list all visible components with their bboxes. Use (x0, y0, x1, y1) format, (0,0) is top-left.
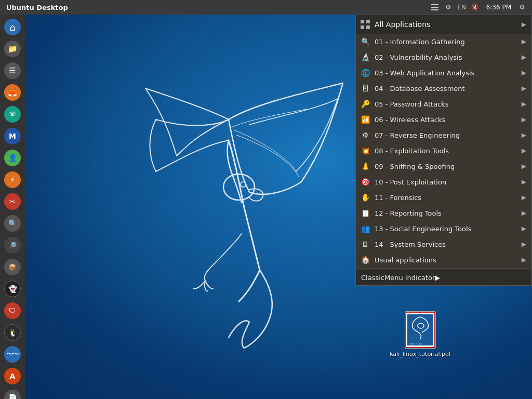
kali-dragon-logo (104, 78, 353, 379)
password-arrow: ▶ (522, 100, 526, 108)
sidebar-item-home[interactable]: ⌂ (2, 17, 23, 37)
classicmenu-arrow: ▶ (435, 274, 440, 282)
desktop-file-icon[interactable]: kali linux kali_linux_tutorial.pdf (397, 311, 444, 357)
dropdown-menu: All Applications ▶ 🔍 01 - Information Ga… (355, 15, 532, 286)
menu-item-password[interactable]: 🔑 05 - Password Attacks ▶ (356, 96, 531, 112)
sidebar-item-user[interactable]: 👤 (2, 148, 23, 168)
topbar-lang[interactable]: EN (456, 2, 468, 13)
forensics-arrow: ▶ (522, 194, 526, 201)
web-app-arrow: ▶ (522, 69, 526, 76)
sniffing-label: 09 - Sniffing & Spoofing (375, 163, 522, 170)
exploit-arrow: ▶ (522, 147, 526, 154)
classicmenu-label: ClassicMenu Indicator (361, 274, 435, 282)
info-gathering-label: 01 - Information Gathering (375, 38, 522, 46)
menu-item-web-app[interactable]: 🌐 03 - Web Application Analysis ▶ (356, 65, 531, 81)
menu-item-social[interactable]: 👥 13 - Social Engineering Tools ▶ (356, 221, 531, 236)
topbar-gear-icon[interactable]: ⚙ (516, 2, 528, 13)
sidebar-item-eye[interactable]: 👁 (2, 104, 23, 125)
wireless-icon: 📶 (360, 114, 370, 125)
menu-item-reporting[interactable]: 📋 12 - Reporting Tools ▶ (356, 205, 531, 221)
system-arrow: ▶ (522, 241, 526, 248)
menu-item-info-gathering[interactable]: 🔍 01 - Information Gathering ▶ (356, 34, 531, 49)
topbar-volume-icon[interactable]: 🔇 (470, 2, 481, 13)
svg-rect-5 (407, 314, 433, 345)
vuln-analysis-label: 02 - Vulnerability Analysis (375, 54, 522, 61)
menu-item-vuln-analysis[interactable]: 🔬 02 - Vulnerability Analysis ▶ (356, 49, 531, 65)
topbar-settings-icon[interactable]: ⚙ (443, 2, 454, 13)
svg-rect-8 (361, 20, 364, 23)
sidebar-item-search2[interactable]: 🔎 (2, 235, 23, 256)
menu-divider (356, 269, 531, 269)
sidebar-item-wave[interactable]: 〜〜 (2, 344, 23, 365)
reverse-icon: ⚙ (360, 130, 370, 140)
all-applications-label: All Applications (375, 20, 522, 29)
db-assessment-label: 04 - Database Assessment (375, 85, 522, 92)
sidebar-item-scissors[interactable]: ✂ (2, 191, 23, 212)
svg-point-3 (223, 174, 255, 200)
menu-item-usual[interactable]: 🏠 Usual applications ▶ (356, 252, 531, 268)
reporting-arrow: ▶ (522, 209, 526, 217)
sidebar-item-shield[interactable]: 🛡 (2, 300, 23, 321)
sidebar-item-firefox[interactable]: 🦊 (2, 82, 23, 103)
wireless-arrow: ▶ (522, 116, 526, 123)
social-arrow: ▶ (522, 225, 526, 232)
topbar: Ubuntu Desktop ⚙ EN 🔇 6:36 PM ⚙ (0, 0, 532, 15)
db-assessment-arrow: ▶ (522, 85, 526, 92)
svg-rect-0 (431, 4, 438, 5)
password-icon: 🔑 (360, 99, 370, 109)
sidebar-item-files[interactable]: 📁 (2, 38, 23, 59)
topbar-title: Ubuntu Desktop (0, 4, 429, 11)
sidebar-item-apps[interactable]: ☰ (2, 60, 23, 81)
exploit-label: 08 - Exploitation Tools (375, 147, 522, 155)
post-exploit-icon: 🎯 (360, 177, 370, 187)
social-label: 13 - Social Engineering Tools (375, 225, 522, 233)
sidebar-item-appcenter[interactable]: A (2, 366, 23, 387)
web-app-icon: 🌐 (360, 68, 370, 78)
social-icon: 👥 (360, 223, 370, 234)
menu-footer-classicmenu[interactable]: ClassicMenu Indicator ▶ (356, 270, 531, 285)
menu-item-db-assessment[interactable]: 🗄 04 - Database Assessment ▶ (356, 81, 531, 96)
topbar-menu-icon[interactable] (429, 2, 441, 13)
menu-item-exploit[interactable]: 💥 08 - Exploitation Tools ▶ (356, 143, 531, 158)
usual-icon: 🏠 (360, 255, 370, 265)
web-app-label: 03 - Web Application Analysis (375, 69, 522, 77)
reverse-arrow: ▶ (522, 131, 526, 139)
desktop: Ubuntu Desktop ⚙ EN 🔇 6:36 PM ⚙ (0, 0, 532, 399)
sidebar: ⌂ 📁 ☰ 🦊 👁 M 👤 ⚡ ✂ 🔍 🔎 (0, 15, 25, 399)
all-applications-arrow: ▶ (522, 21, 526, 28)
system-label: 14 - System Services (375, 241, 522, 248)
info-gathering-icon: 🔍 (360, 36, 370, 47)
sidebar-item-ghost[interactable]: 👻 (2, 278, 23, 299)
sidebar-item-package[interactable]: 📦 (2, 257, 23, 277)
wireless-label: 06 - Wireless Attacks (375, 116, 522, 124)
password-label: 05 - Password Attacks (375, 100, 522, 108)
usual-arrow: ▶ (522, 256, 526, 263)
forensics-icon: ✋ (360, 192, 370, 203)
svg-text:kali linux: kali linux (410, 342, 423, 345)
svg-rect-9 (366, 20, 370, 23)
sidebar-item-lightning[interactable]: ⚡ (2, 169, 23, 190)
system-icon: 🖥 (360, 239, 370, 249)
sidebar-item-penguin[interactable]: 🐧 (2, 322, 23, 343)
usual-label: Usual applications (375, 256, 522, 264)
menu-item-system[interactable]: 🖥 14 - System Services ▶ (356, 236, 531, 252)
sniffing-icon: 👃 (360, 161, 370, 171)
sidebar-item-file[interactable]: 📄 (2, 388, 23, 399)
menu-item-sniffing[interactable]: 👃 09 - Sniffing & Spoofing ▶ (356, 158, 531, 174)
menu-item-reverse[interactable]: ⚙ 07 - Reverse Engineering ▶ (356, 127, 531, 143)
menu-item-forensics[interactable]: ✋ 11 - Forensics ▶ (356, 190, 531, 205)
svg-rect-10 (361, 25, 364, 29)
sniffing-arrow: ▶ (522, 163, 526, 170)
sidebar-item-mail[interactable]: M (2, 126, 23, 147)
desktop-file-label: kali_linux_tutorial.pdf (390, 351, 451, 357)
forensics-label: 11 - Forensics (375, 194, 522, 202)
sidebar-item-search[interactable]: 🔍 (2, 213, 23, 234)
menu-item-wireless[interactable]: 📶 06 - Wireless Attacks ▶ (356, 112, 531, 127)
exploit-icon: 💥 (360, 145, 370, 156)
reporting-label: 12 - Reporting Tools (375, 209, 522, 217)
svg-rect-1 (431, 7, 438, 8)
reporting-icon: 📋 (360, 208, 370, 218)
menu-item-post-exploit[interactable]: 🎯 10 - Post Exploitation ▶ (356, 174, 531, 190)
menu-header-all-applications[interactable]: All Applications ▶ (356, 15, 531, 34)
topbar-right: ⚙ EN 🔇 6:36 PM ⚙ (429, 2, 532, 13)
